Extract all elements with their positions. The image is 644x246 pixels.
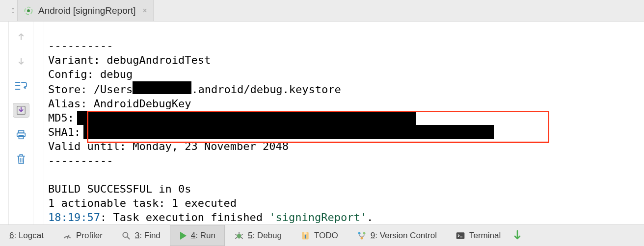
svg-point-1 — [27, 9, 30, 12]
console-output[interactable]: ---------- Variant: debugAndroidTest Con… — [44, 22, 644, 224]
valid-until-line: Valid until: Monday, 23 November 2048 — [48, 140, 289, 152]
svg-rect-10 — [305, 234, 306, 238]
soft-wrap-button[interactable] — [13, 78, 29, 93]
svg-point-7 — [237, 233, 241, 238]
tab-prefix-colon: : — [12, 0, 17, 21]
run-panel-body: ---------- Variant: debugAndroidTest Con… — [0, 22, 644, 224]
run-config-tab-title: Android [signingReport] — [38, 5, 136, 16]
tool-window-logcat[interactable]: 6: Logcat — [0, 225, 53, 246]
gauge-icon — [62, 231, 72, 241]
tasks-line: 1 actionable task: 1 executed — [48, 197, 237, 209]
tool-window-find[interactable]: 3: Find — [112, 225, 170, 246]
bug-icon — [234, 231, 244, 241]
search-icon — [121, 231, 131, 241]
sha1-line: SHA1: — [48, 125, 644, 139]
console-gutter — [33, 22, 44, 224]
print-button[interactable] — [13, 127, 29, 142]
run-toolstrip — [9, 22, 33, 224]
finish-line: 18:19:57: Task execution finished 'signi… — [48, 211, 373, 223]
scroll-down-button[interactable] — [13, 54, 29, 69]
task-name-quoted: 'signingReport' — [269, 211, 367, 223]
close-icon[interactable]: × — [141, 6, 147, 15]
svg-rect-5 — [19, 136, 23, 139]
redacted-username — [133, 81, 191, 94]
terminal-icon — [456, 231, 465, 240]
build-successful-line: BUILD SUCCESSFUL in 0s — [48, 183, 191, 195]
svg-rect-14 — [456, 232, 465, 239]
todo-icon — [300, 231, 310, 241]
alias-line: Alias: AndroidDebugKey — [48, 98, 191, 110]
svg-point-12 — [363, 232, 365, 234]
run-config-tab[interactable]: Android [signingReport] × — [17, 0, 154, 21]
left-gutter — [0, 22, 9, 224]
store-line: Store: /Users.android/debug.keystore — [48, 83, 341, 96]
separator-line: ---------- — [48, 154, 113, 167]
run-tab-bar: : Android [signingReport] × — [0, 0, 644, 22]
svg-point-13 — [360, 237, 363, 239]
gradle-icon — [24, 6, 33, 16]
sync-indicator[interactable] — [510, 225, 525, 246]
trash-button[interactable] — [13, 152, 29, 167]
svg-point-11 — [358, 232, 360, 234]
branch-icon — [357, 231, 367, 241]
tool-window-profiler[interactable]: Profiler — [53, 225, 112, 246]
scroll-up-button[interactable] — [13, 29, 29, 44]
tool-window-bar: 6: Logcat Profiler 3: Find 4: Run 5: Deb… — [0, 224, 644, 246]
config-line: Config: debug — [48, 68, 133, 80]
tool-window-todo[interactable]: TODO — [291, 225, 348, 246]
tool-window-version-control[interactable]: 9: Version Control — [348, 225, 446, 246]
arrow-down-icon — [513, 230, 521, 242]
redacted-sha1 — [83, 125, 494, 139]
redacted-md5 — [77, 111, 416, 125]
play-icon — [179, 231, 187, 240]
svg-point-9 — [304, 232, 307, 235]
variant-line: Variant: debugAndroidTest — [48, 54, 211, 66]
separator-line: ---------- — [48, 40, 113, 52]
timestamp: 18:19:57 — [48, 211, 100, 223]
tool-window-terminal[interactable]: Terminal — [446, 225, 510, 246]
md5-line: MD5: — [48, 111, 644, 125]
tool-window-run[interactable]: 4: Run — [170, 225, 225, 246]
scroll-to-end-button[interactable] — [13, 103, 29, 118]
tool-window-debug[interactable]: 5: Debug — [225, 225, 291, 246]
